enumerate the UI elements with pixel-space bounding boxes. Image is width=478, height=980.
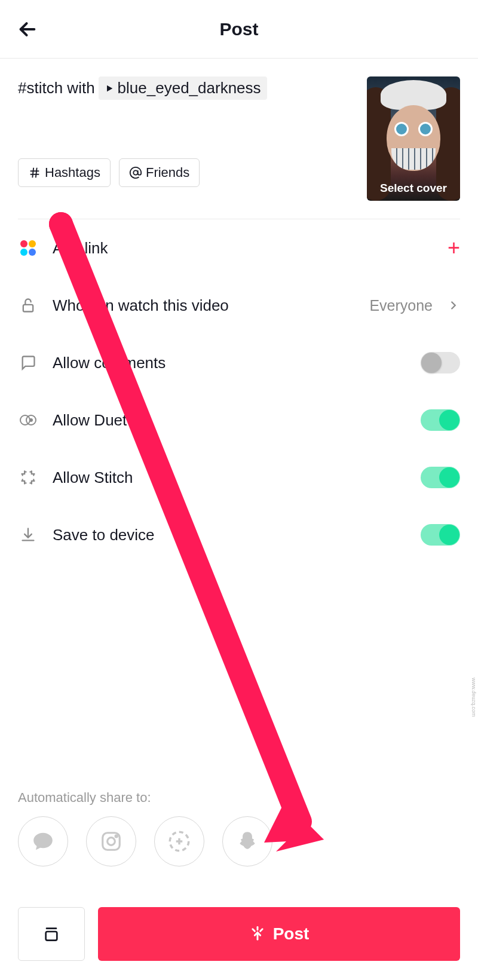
allow-comments-row: Allow comments bbox=[18, 334, 460, 391]
friends-label: Friends bbox=[146, 165, 189, 180]
cover-thumbnail[interactable]: Select cover bbox=[367, 76, 460, 201]
chat-bubble-icon bbox=[32, 830, 54, 853]
post-button-label: Post bbox=[273, 924, 310, 944]
comments-label: Allow comments bbox=[53, 354, 406, 372]
caption-input[interactable]: #stitch with blue_eyed_darkness bbox=[18, 76, 355, 100]
play-icon bbox=[105, 84, 114, 93]
friends-button[interactable]: Friends bbox=[119, 158, 200, 187]
save-toggle[interactable] bbox=[421, 524, 460, 546]
svg-marker-1 bbox=[107, 85, 112, 91]
hashtag-icon bbox=[28, 166, 41, 179]
hashtags-label: Hashtags bbox=[45, 165, 100, 180]
add-link-label: Add link bbox=[53, 239, 433, 258]
svg-point-10 bbox=[30, 419, 32, 421]
lock-icon bbox=[18, 295, 38, 316]
stitch-icon bbox=[18, 467, 38, 488]
share-snapchat[interactable] bbox=[222, 816, 272, 866]
share-section: Automatically share to: bbox=[18, 790, 460, 866]
svg-point-12 bbox=[108, 838, 115, 846]
svg-line-5 bbox=[36, 168, 37, 178]
privacy-label: Who can watch this video bbox=[53, 296, 355, 315]
link-apps-icon bbox=[18, 238, 38, 258]
hashtags-button[interactable]: Hashtags bbox=[18, 158, 111, 187]
stitch-label: Allow Stitch bbox=[53, 468, 406, 487]
watermark: www.deuzq.com bbox=[471, 678, 477, 717]
share-label: Automatically share to: bbox=[18, 790, 460, 806]
svg-line-21 bbox=[260, 929, 262, 932]
allow-stitch-row: Allow Stitch bbox=[18, 449, 460, 506]
post-button[interactable]: Post bbox=[98, 907, 460, 961]
chevron-right-icon bbox=[447, 299, 460, 312]
share-messages[interactable] bbox=[18, 816, 68, 866]
sparkle-icon bbox=[249, 926, 266, 942]
mention-name: blue_eyed_darkness bbox=[118, 79, 261, 97]
svg-line-4 bbox=[32, 168, 33, 178]
plus-icon: + bbox=[448, 235, 460, 261]
add-link-row[interactable]: Add link + bbox=[18, 219, 460, 277]
share-stories[interactable] bbox=[154, 816, 204, 866]
arrow-left-icon bbox=[17, 19, 38, 39]
stitch-toggle[interactable] bbox=[421, 467, 460, 488]
svg-point-6 bbox=[133, 170, 137, 174]
privacy-value: Everyone bbox=[369, 297, 433, 314]
bottom-bar: Post bbox=[18, 907, 460, 961]
comments-toggle[interactable] bbox=[421, 352, 460, 373]
caption-prefix: #stitch with bbox=[18, 79, 95, 97]
duet-icon bbox=[18, 410, 38, 430]
header: Post bbox=[0, 0, 478, 59]
allow-duet-row: Allow Duet bbox=[18, 391, 460, 449]
download-icon bbox=[18, 525, 38, 545]
svg-point-13 bbox=[115, 835, 117, 837]
comment-icon bbox=[18, 353, 38, 373]
back-button[interactable] bbox=[14, 16, 41, 42]
save-label: Save to device bbox=[53, 526, 406, 544]
options-list: Add link + Who can watch this video Ever… bbox=[0, 219, 478, 564]
svg-rect-18 bbox=[46, 932, 57, 941]
stories-icon bbox=[167, 829, 192, 854]
duet-toggle[interactable] bbox=[421, 409, 460, 431]
select-cover-label: Select cover bbox=[367, 182, 460, 195]
drafts-button[interactable] bbox=[18, 907, 85, 961]
save-device-row: Save to device bbox=[18, 506, 460, 564]
caption-area: #stitch with blue_eyed_darkness Hashtags… bbox=[0, 59, 478, 219]
page-title: Post bbox=[219, 19, 258, 39]
svg-rect-7 bbox=[23, 305, 33, 312]
instagram-icon bbox=[100, 830, 122, 853]
at-icon bbox=[129, 166, 142, 179]
share-instagram[interactable] bbox=[86, 816, 136, 866]
privacy-row[interactable]: Who can watch this video Everyone bbox=[18, 277, 460, 334]
duet-label: Allow Duet bbox=[53, 411, 406, 430]
snapchat-icon bbox=[236, 830, 259, 853]
svg-line-20 bbox=[252, 929, 255, 932]
drafts-icon bbox=[42, 924, 61, 944]
mention-chip[interactable]: blue_eyed_darkness bbox=[99, 76, 267, 100]
